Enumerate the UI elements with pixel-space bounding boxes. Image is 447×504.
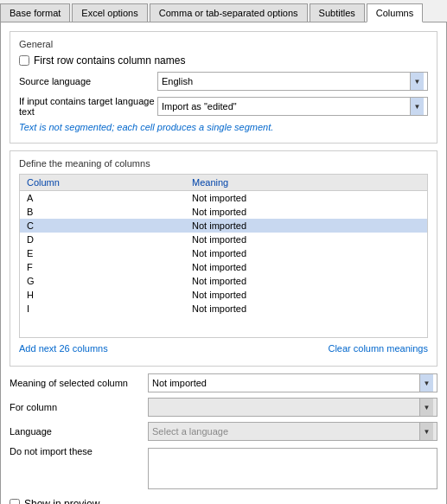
language-row: Language Select a language xyxy=(10,422,437,441)
col-letter: I xyxy=(20,302,185,316)
show-in-preview-label: Show in preview xyxy=(24,498,99,504)
table-row[interactable]: CNot imported xyxy=(20,219,427,233)
do-not-import-textarea[interactable] xyxy=(148,448,437,489)
source-language-label: Source language xyxy=(19,76,157,86)
col-meaning: Not imported xyxy=(185,274,427,288)
first-row-checkbox[interactable] xyxy=(19,55,29,66)
meaning-label: Meaning of selected column xyxy=(10,378,148,388)
col-letter: E xyxy=(20,246,185,260)
tab-excel-options[interactable]: Excel options xyxy=(72,3,147,22)
meaning-row: Meaning of selected column Not imported xyxy=(10,373,437,392)
show-in-preview-checkbox[interactable] xyxy=(10,499,20,504)
table-row[interactable]: INot imported xyxy=(20,302,427,316)
for-column-dropdown[interactable] xyxy=(148,398,437,417)
actions-row: Add next 26 columns Clear column meaning… xyxy=(19,343,428,354)
table-header-row: Column Meaning xyxy=(20,175,427,191)
target-language-row: If input contains target language text I… xyxy=(19,96,428,117)
bottom-section: Meaning of selected column Not imported … xyxy=(10,373,437,489)
meaning-value: Not imported xyxy=(152,378,419,388)
target-language-arrow[interactable] xyxy=(410,98,424,115)
source-language-dropdown[interactable]: English xyxy=(157,72,428,91)
language-label: Language xyxy=(10,426,148,437)
col-header-column[interactable]: Column xyxy=(20,175,185,191)
table-container[interactable]: Column Meaning ANot importedBNot importe… xyxy=(19,174,428,338)
col-letter: C xyxy=(20,219,185,233)
table-row[interactable]: DNot imported xyxy=(20,233,427,246)
language-dropdown[interactable]: Select a language xyxy=(148,422,437,441)
do-not-import-label: Do not import these xyxy=(10,446,148,456)
col-meaning: Not imported xyxy=(185,260,427,274)
target-language-value: Import as "edited" xyxy=(162,101,410,112)
tab-base-format[interactable]: Base format xyxy=(0,3,70,22)
main-content: General First row contains column names … xyxy=(0,22,447,504)
table-row[interactable]: HNot imported xyxy=(20,288,427,302)
table-row[interactable]: ANot imported xyxy=(20,191,427,206)
info-text: Text is not segmented; each cell produce… xyxy=(19,122,428,132)
columns-table: Column Meaning ANot importedBNot importe… xyxy=(20,175,427,316)
for-column-label: For column xyxy=(10,402,148,412)
columns-section: Define the meaning of columns Column Mea… xyxy=(10,150,437,367)
col-header-meaning[interactable]: Meaning xyxy=(185,175,427,191)
language-value: Select a language xyxy=(152,426,419,437)
tab-columns[interactable]: Columns xyxy=(367,3,423,22)
table-row[interactable]: BNot imported xyxy=(20,205,427,219)
general-title: General xyxy=(19,39,428,49)
col-letter: F xyxy=(20,260,185,274)
add-columns-button[interactable]: Add next 26 columns xyxy=(19,343,108,354)
first-row-checkbox-row: First row contains column names xyxy=(19,54,428,67)
col-letter: B xyxy=(20,205,185,219)
meaning-arrow[interactable] xyxy=(419,374,433,392)
col-meaning: Not imported xyxy=(185,191,427,206)
first-row-label: First row contains column names xyxy=(34,54,185,67)
col-letter: A xyxy=(20,191,185,206)
columns-title: Define the meaning of columns xyxy=(19,158,428,169)
col-meaning: Not imported xyxy=(185,219,427,233)
col-meaning: Not imported xyxy=(185,288,427,302)
source-language-arrow[interactable] xyxy=(410,73,424,90)
meaning-dropdown[interactable]: Not imported xyxy=(148,373,437,392)
col-letter: G xyxy=(20,274,185,288)
col-meaning: Not imported xyxy=(185,302,427,316)
for-column-arrow[interactable] xyxy=(419,399,433,416)
tab-subtitles[interactable]: Subtitles xyxy=(310,3,365,22)
do-not-import-row: Do not import these xyxy=(10,446,437,489)
table-row[interactable]: FNot imported xyxy=(20,260,427,274)
col-meaning: Not imported xyxy=(185,205,427,219)
clear-columns-button[interactable]: Clear column meanings xyxy=(328,343,428,354)
target-language-dropdown[interactable]: Import as "edited" xyxy=(157,97,428,116)
footer: Show in preview xyxy=(10,498,437,504)
for-column-row: For column xyxy=(10,398,437,417)
source-language-row: Source language English xyxy=(19,72,428,91)
col-meaning: Not imported xyxy=(185,233,427,246)
tab-comma-separated[interactable]: Comma or tab-separated options xyxy=(150,3,308,22)
col-letter: D xyxy=(20,233,185,246)
source-language-value: English xyxy=(162,76,410,86)
tab-bar: Base format Excel options Comma or tab-s… xyxy=(0,0,447,22)
general-group: General First row contains column names … xyxy=(10,31,437,144)
target-language-label: If input contains target language text xyxy=(19,96,157,117)
table-row[interactable]: GNot imported xyxy=(20,274,427,288)
col-letter: H xyxy=(20,288,185,302)
col-meaning: Not imported xyxy=(185,246,427,260)
table-row[interactable]: ENot imported xyxy=(20,246,427,260)
language-arrow[interactable] xyxy=(419,423,433,440)
